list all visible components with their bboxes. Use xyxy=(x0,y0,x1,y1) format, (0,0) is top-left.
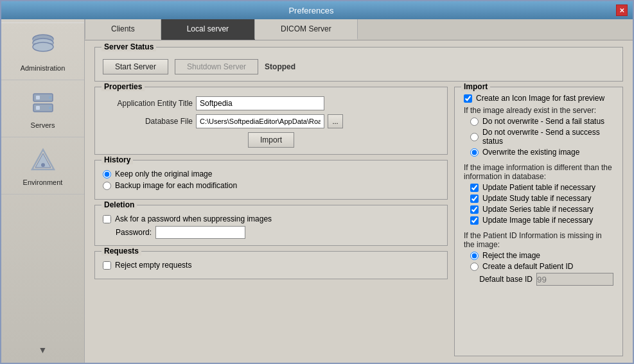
tab-dicom-server[interactable]: DICOM Server xyxy=(255,19,358,40)
reject-image-label: Reject the image xyxy=(482,251,540,260)
properties-title: Properties xyxy=(101,82,145,91)
db-file-input[interactable] xyxy=(196,114,324,128)
sidebar-administration-label: Administration xyxy=(21,64,66,72)
administration-icon xyxy=(28,31,58,62)
servers-icon xyxy=(28,88,58,119)
history-option2-label: Backup image for each modification xyxy=(115,181,237,190)
sidebar: Administration Servers xyxy=(1,19,85,363)
deletion-checkbox-row: Ask for a password when suppressing imag… xyxy=(103,214,439,223)
deletion-checkbox[interactable] xyxy=(103,215,111,223)
default-base-row: Default base ID xyxy=(464,273,613,286)
server-status-text: Stopped xyxy=(265,62,295,71)
tab-clients[interactable]: Clients xyxy=(85,19,161,40)
two-col-layout: Properties Application Entity Title Data… xyxy=(94,87,623,356)
sidebar-item-servers[interactable]: Servers xyxy=(1,80,84,137)
svg-point-13 xyxy=(41,163,45,167)
overwrite-label: Overwrite the existing image xyxy=(482,148,579,157)
overwrite-radio[interactable] xyxy=(470,148,479,157)
update-patient-row: Update Patient table if necessary xyxy=(470,183,613,192)
create-icon-label: Create an Icon Image for fast preview xyxy=(476,94,604,103)
right-column: Import Create an Icon Image for fast pre… xyxy=(454,87,623,356)
app-entity-input[interactable] xyxy=(196,96,324,110)
default-base-label: Default base ID xyxy=(479,275,533,284)
create-icon-row: Create an Icon Image for fast preview xyxy=(464,94,613,103)
environment-icon xyxy=(28,145,58,176)
import-title: Import xyxy=(461,82,490,91)
update-image-label: Update Image table if necessary xyxy=(482,216,593,225)
history-radio-backup[interactable] xyxy=(103,182,111,190)
server-status-title: Server Status xyxy=(101,42,156,51)
main-content: Clients Local server DICOM Server Server… xyxy=(85,19,633,363)
requests-section: Requests Reject empty requests xyxy=(94,251,448,279)
sidebar-scroll-down[interactable]: ▼ xyxy=(37,343,49,356)
deletion-section: Deletion Ask for a password when suppres… xyxy=(94,205,448,246)
import-missing-options: Reject the image Create a default Patien… xyxy=(464,251,613,271)
history-option2-row: Backup image for each modification xyxy=(103,181,439,190)
create-default-row: Create a default Patient ID xyxy=(470,262,613,271)
sidebar-item-environment[interactable]: Environment xyxy=(1,137,84,195)
reject-image-radio[interactable] xyxy=(470,252,479,260)
svg-point-7 xyxy=(49,96,51,99)
svg-rect-9 xyxy=(36,106,40,110)
if-diff-label: If the image information is different th… xyxy=(464,163,613,181)
update-study-checkbox[interactable] xyxy=(470,195,479,203)
if-exist-label: If the image already exist in the server… xyxy=(464,106,613,115)
history-radio-original[interactable] xyxy=(103,170,111,178)
overwrite-row: Overwrite the existing image xyxy=(470,148,613,157)
import-button[interactable]: Import xyxy=(248,132,294,148)
import-exist-options: Do not overwrite - Send a fail status Do… xyxy=(464,117,613,157)
start-server-button[interactable]: Start Server xyxy=(103,59,168,74)
browse-button[interactable]: ... xyxy=(328,114,343,128)
deletion-checkbox-label: Ask for a password when suppressing imag… xyxy=(115,214,272,223)
no-overwrite-success-radio[interactable] xyxy=(470,133,479,141)
password-label: Password: xyxy=(116,228,152,237)
server-status-section: Server Status Start Server Shutdown Serv… xyxy=(94,47,623,82)
no-overwrite-fail-radio[interactable] xyxy=(470,117,479,126)
tab-local-server[interactable]: Local server xyxy=(161,19,255,40)
update-image-checkbox[interactable] xyxy=(470,216,479,225)
import-section: Import Create an Icon Image for fast pre… xyxy=(454,87,623,356)
update-series-checkbox[interactable] xyxy=(470,205,479,214)
requests-title: Requests xyxy=(101,247,141,256)
no-overwrite-fail-row: Do not overwrite - Send a fail status xyxy=(470,117,613,126)
title-bar: Preferences ✕ xyxy=(1,1,633,19)
sidebar-item-administration[interactable]: Administration xyxy=(1,22,84,80)
close-button[interactable]: ✕ xyxy=(616,4,628,16)
update-patient-checkbox[interactable] xyxy=(470,184,479,192)
db-file-label: Database File xyxy=(103,117,193,126)
svg-point-4 xyxy=(33,42,53,51)
no-overwrite-fail-label: Do not overwrite - Send a fail status xyxy=(482,117,604,126)
title-bar-controls: ✕ xyxy=(616,4,628,16)
reject-empty-requests-checkbox[interactable] xyxy=(103,261,111,270)
update-image-row: Update Image table if necessary xyxy=(470,216,613,225)
window-body: Administration Servers xyxy=(1,19,633,363)
app-entity-label: Application Entity Title xyxy=(103,99,193,108)
sidebar-servers-label: Servers xyxy=(31,121,55,129)
create-icon-checkbox[interactable] xyxy=(464,94,472,103)
create-default-radio[interactable] xyxy=(470,263,479,271)
create-default-label: Create a default Patient ID xyxy=(482,262,573,271)
requests-checkbox-label: Reject empty requests xyxy=(115,261,191,270)
sidebar-environment-label: Environment xyxy=(23,178,63,186)
server-status-row: Start Server Shutdown Server Stopped xyxy=(103,59,615,74)
default-base-input[interactable] xyxy=(536,273,613,286)
properties-section: Properties Application Entity Title Data… xyxy=(94,87,448,155)
history-option1-row: Keep only the original image xyxy=(103,169,439,178)
history-section: History Keep only the original image Bac… xyxy=(94,160,448,200)
preferences-window: Preferences ✕ Administration xyxy=(0,0,634,364)
if-missing-label: If the Patient ID Information is missing… xyxy=(464,231,613,249)
update-study-row: Update Study table if necessary xyxy=(470,194,613,203)
password-input[interactable] xyxy=(155,226,245,239)
left-column: Properties Application Entity Title Data… xyxy=(94,87,448,356)
no-overwrite-success-row: Do not overwrite - Send a success status xyxy=(470,128,613,146)
deletion-title: Deletion xyxy=(101,200,137,209)
window-title: Preferences xyxy=(6,6,616,15)
tab-bar: Clients Local server DICOM Server xyxy=(85,19,633,40)
history-title: History xyxy=(101,155,133,164)
requests-checkbox-row: Reject empty requests xyxy=(103,261,439,270)
shutdown-server-button[interactable]: Shutdown Server xyxy=(175,59,258,74)
history-option1-label: Keep only the original image xyxy=(115,169,212,178)
db-file-row: Database File ... xyxy=(103,114,439,128)
password-row: Password: xyxy=(103,226,439,239)
update-study-label: Update Study table if necessary xyxy=(482,194,591,203)
